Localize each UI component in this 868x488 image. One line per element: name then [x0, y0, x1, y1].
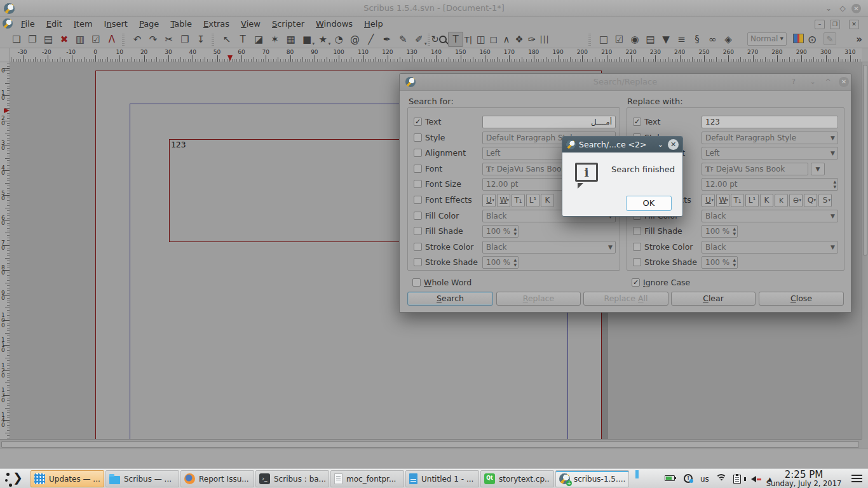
fill-color-checkbox[interactable]	[414, 212, 422, 220]
insert-table-icon[interactable]: ▦	[283, 32, 299, 47]
horizontal-scrollbar-thumb[interactable]	[1, 441, 859, 448]
barcode-icon[interactable]: |||	[537, 32, 552, 47]
pdf-check-box-icon[interactable]: ☑	[612, 32, 627, 47]
font-effect-button[interactable]: Q▾	[804, 194, 817, 207]
edit-in-preview-button[interactable]: ✎	[824, 32, 836, 45]
vertical-scrollbar-thumb[interactable]	[863, 65, 867, 255]
stroke-shade-field[interactable]: 100 %▲▼	[702, 256, 738, 269]
insert-calligraphic-icon[interactable]: ✐▾	[411, 32, 426, 47]
new-document-icon[interactable]: ❏	[9, 32, 24, 47]
menu-file[interactable]: File	[15, 18, 41, 30]
font-effect-button[interactable]: ⊖▾	[789, 194, 803, 207]
font-effect-button[interactable]: K	[541, 194, 554, 207]
font-effect-button[interactable]: L¹	[745, 194, 759, 207]
font-effect-button[interactable]: T₁	[512, 194, 525, 207]
taskbar-item-scribus[interactable]: +scribus-1.5....	[555, 470, 629, 487]
dialog-help-button[interactable]: ?	[789, 78, 799, 86]
menu-table[interactable]: Table	[165, 18, 198, 30]
insert-line-icon[interactable]: ╱	[363, 32, 379, 47]
redo-icon[interactable]: ↷	[146, 32, 161, 47]
font-effect-button[interactable]: K	[760, 194, 773, 207]
text-frame[interactable]: 123	[169, 139, 407, 242]
insert-text-frame-icon[interactable]: T	[235, 32, 250, 47]
stroke-shade-checkbox[interactable]	[633, 258, 641, 266]
menu-view[interactable]: View	[235, 18, 266, 30]
fill-shade-checkbox[interactable]	[633, 227, 641, 235]
font-size-field[interactable]: 12.00 pt▲▼	[702, 178, 838, 191]
stroke-color-checkbox[interactable]	[633, 243, 641, 251]
stroke-shade-checkbox[interactable]	[414, 258, 422, 266]
wifi-icon[interactable]	[715, 474, 727, 483]
pdf-push-button-icon[interactable]: □	[596, 32, 611, 47]
style-checkbox[interactable]	[414, 133, 422, 142]
ruler-origin-corner[interactable]	[0, 48, 10, 62]
taskbar-item-folder[interactable]: Scribus — ...	[105, 470, 179, 487]
pdf-combo-box-icon[interactable]: ▼	[658, 32, 674, 47]
paste-icon[interactable]: ↧	[193, 32, 208, 47]
font-effect-button[interactable]: W▾	[497, 194, 510, 207]
stroke-color-field[interactable]: Black▼	[702, 241, 838, 254]
toggle-color-management-icon[interactable]	[793, 34, 804, 43]
taskbar-item-writer-doc[interactable]: Untitled 1 - ...	[405, 470, 479, 487]
window-minimize-button[interactable]: ⌄	[823, 4, 834, 14]
stroke-color-checkbox[interactable]	[414, 243, 422, 251]
preflight-verifier-icon[interactable]: ☑	[88, 32, 104, 47]
font-checkbox[interactable]	[414, 165, 422, 173]
stroke-color-field[interactable]: Black▼	[482, 241, 616, 254]
menu-extras[interactable]: Extras	[198, 18, 235, 30]
style-field[interactable]: Default Paragraph Style▼	[702, 132, 838, 144]
insert-arc-icon[interactable]: ◔	[331, 32, 346, 47]
mdi-minimize-button[interactable]: –	[815, 20, 825, 29]
updates-tray-icon[interactable]: ↑	[684, 474, 693, 483]
volume-muted-icon[interactable]	[749, 475, 761, 484]
text-field[interactable]: 123	[702, 116, 838, 128]
save-document-icon[interactable]: ▤	[41, 32, 56, 47]
whole-word-checkbox[interactable]	[412, 278, 421, 287]
font-field[interactable]: TF DejaVu Sans Book	[702, 163, 808, 175]
dialog-close-icon[interactable]: ✕	[839, 77, 849, 87]
save-as-pdf-icon[interactable]: Λ	[104, 32, 119, 47]
taskbar-item-terminal[interactable]: ›_Scribus : ba...	[255, 470, 329, 487]
text-checkbox[interactable]: ✓	[414, 118, 422, 126]
search-button[interactable]: Search	[407, 292, 493, 306]
pdf-text-annotation-icon[interactable]: §	[689, 32, 705, 47]
copy-icon[interactable]: ❒	[177, 32, 193, 47]
menu-scripter[interactable]: Scripter	[266, 18, 310, 30]
menu-edit[interactable]: Edit	[41, 18, 68, 30]
select-item-icon[interactable]: ↖	[219, 32, 234, 47]
clear-button[interactable]: Clear	[671, 292, 756, 306]
taskbar-item-software-updates[interactable]: Updates — ...	[31, 470, 104, 487]
font-dropdown-button[interactable]: ▼	[811, 163, 825, 175]
fill-shade-checkbox[interactable]	[414, 227, 422, 235]
toolbar-overflow-button[interactable]: »	[851, 32, 867, 47]
image-preview-quality-combo[interactable]: Normal ▼	[747, 32, 787, 46]
insert-polygon-icon[interactable]: ★▾	[315, 32, 330, 47]
ignore-case-checkbox[interactable]: ✓	[632, 278, 640, 287]
close-button[interactable]: Close	[759, 292, 844, 306]
insert-bezier-icon[interactable]: ✒	[379, 32, 395, 47]
insert-spiral-icon[interactable]: @	[348, 32, 363, 47]
print-document-icon[interactable]: ▥	[72, 32, 88, 47]
text-field[interactable]: أمــــل	[482, 116, 616, 128]
menu-insert[interactable]: Insert	[98, 18, 133, 30]
alignment-field[interactable]: Left▼	[702, 147, 838, 159]
clipboard-icon[interactable]	[733, 475, 741, 484]
taskbar-item-text-file[interactable]: moc_fontpr...	[330, 470, 404, 487]
insert-image-frame-icon[interactable]: ◪	[251, 32, 266, 47]
keyboard-layout-indicator[interactable]: us	[700, 475, 709, 484]
text-checkbox[interactable]: ✓	[633, 118, 641, 126]
alignment-checkbox[interactable]	[414, 149, 422, 157]
font-effect-button[interactable]: ᴋ	[775, 194, 788, 207]
clock[interactable]: 2:25 PM Sunday, July 2, 2017	[761, 470, 847, 488]
font-effect-button[interactable]: S▾	[818, 194, 832, 207]
font-size-checkbox[interactable]	[414, 180, 422, 188]
taskbar-item-qt-file[interactable]: Qtstorytext.cp...	[480, 470, 554, 487]
taskbar-item-firefox[interactable]: Report Issu...	[180, 470, 254, 487]
vertical-scrollbar[interactable]	[862, 62, 868, 439]
font-effect-button[interactable]: T₁	[731, 194, 744, 207]
dialog-shade-button[interactable]: ⌄	[808, 78, 818, 86]
window-maximize-button[interactable]: ◇	[837, 4, 848, 14]
battery-icon[interactable]	[665, 475, 675, 481]
pdf-3d-annotation-icon[interactable]: ◈	[721, 32, 736, 47]
dialog-unshade-button[interactable]: ^	[823, 78, 833, 86]
